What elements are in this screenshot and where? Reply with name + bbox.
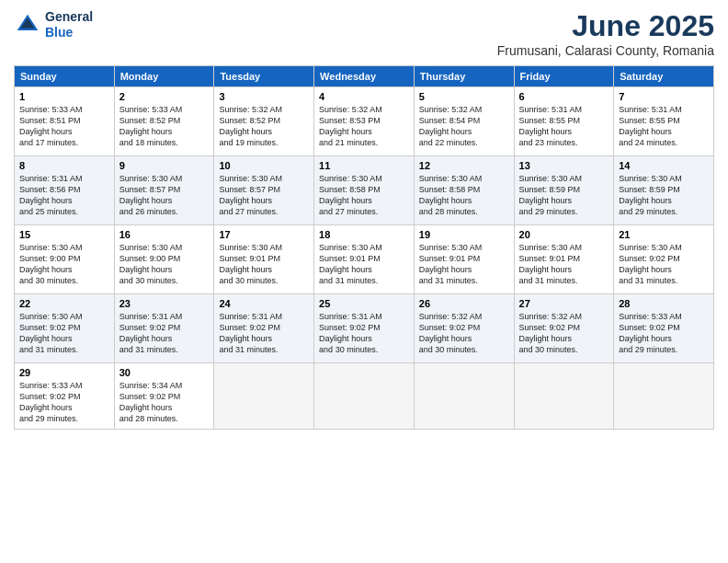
- day-info: Sunrise: 5:32 AMSunset: 9:02 PMDaylight …: [419, 311, 509, 356]
- day-number: 21: [619, 229, 709, 240]
- day-info: Sunrise: 5:30 AMSunset: 9:01 PMDaylight …: [319, 242, 409, 287]
- calendar-cell: 28Sunrise: 5:33 AMSunset: 9:02 PMDayligh…: [614, 294, 714, 363]
- day-number: 30: [119, 367, 210, 378]
- logo-icon: [14, 11, 41, 39]
- calendar-cell: 11Sunrise: 5:30 AMSunset: 8:58 PMDayligh…: [314, 156, 415, 225]
- day-info: Sunrise: 5:30 AMSunset: 8:58 PMDaylight …: [319, 173, 409, 218]
- calendar-cell: 25Sunrise: 5:31 AMSunset: 9:02 PMDayligh…: [314, 294, 415, 363]
- calendar-cell: 15Sunrise: 5:30 AMSunset: 9:00 PMDayligh…: [15, 225, 115, 294]
- day-number: 29: [19, 367, 109, 378]
- logo-line1: General: [45, 9, 93, 24]
- day-info: Sunrise: 5:33 AMSunset: 9:02 PMDaylight …: [619, 311, 709, 356]
- calendar-header-row: SundayMondayTuesdayWednesdayThursdayFrid…: [15, 66, 714, 87]
- location-subtitle: Frumusani, Calarasi County, Romania: [497, 43, 714, 58]
- day-number: 5: [419, 91, 509, 102]
- page: General Blue June 2025 Frumusani, Calara…: [0, 0, 728, 563]
- day-number: 6: [519, 91, 609, 102]
- day-info: Sunrise: 5:31 AMSunset: 9:02 PMDaylight …: [219, 311, 309, 356]
- calendar-cell: 10Sunrise: 5:30 AMSunset: 8:57 PMDayligh…: [214, 156, 314, 225]
- calendar-week-row: 1Sunrise: 5:33 AMSunset: 8:51 PMDaylight…: [15, 87, 714, 156]
- logo-text: General Blue: [45, 9, 93, 40]
- month-title: June 2025: [497, 9, 714, 43]
- calendar-cell: 29Sunrise: 5:33 AMSunset: 9:02 PMDayligh…: [15, 363, 115, 430]
- col-header-sunday: Sunday: [15, 66, 115, 87]
- calendar-cell: 6Sunrise: 5:31 AMSunset: 8:55 PMDaylight…: [514, 87, 614, 156]
- header: General Blue June 2025 Frumusani, Calara…: [14, 9, 714, 58]
- logo: General Blue: [14, 9, 93, 40]
- day-info: Sunrise: 5:33 AMSunset: 8:52 PMDaylight …: [119, 104, 210, 149]
- day-info: Sunrise: 5:33 AMSunset: 9:02 PMDaylight …: [19, 380, 109, 425]
- day-number: 16: [119, 229, 210, 240]
- day-info: Sunrise: 5:30 AMSunset: 9:01 PMDaylight …: [419, 242, 509, 287]
- col-header-wednesday: Wednesday: [314, 66, 415, 87]
- logo-line2: Blue: [45, 25, 73, 40]
- day-number: 9: [119, 160, 210, 171]
- calendar-cell: 13Sunrise: 5:30 AMSunset: 8:59 PMDayligh…: [514, 156, 614, 225]
- day-number: 4: [319, 91, 409, 102]
- day-number: 15: [19, 229, 109, 240]
- day-number: 7: [619, 91, 709, 102]
- day-info: Sunrise: 5:30 AMSunset: 9:01 PMDaylight …: [219, 242, 309, 287]
- calendar-week-row: 22Sunrise: 5:30 AMSunset: 9:02 PMDayligh…: [15, 294, 714, 363]
- day-info: Sunrise: 5:31 AMSunset: 9:02 PMDaylight …: [319, 311, 409, 356]
- calendar-cell: 19Sunrise: 5:30 AMSunset: 9:01 PMDayligh…: [414, 225, 514, 294]
- day-info: Sunrise: 5:31 AMSunset: 8:56 PMDaylight …: [19, 173, 109, 218]
- day-number: 11: [319, 160, 409, 171]
- calendar-cell: 8Sunrise: 5:31 AMSunset: 8:56 PMDaylight…: [15, 156, 115, 225]
- calendar-cell: 18Sunrise: 5:30 AMSunset: 9:01 PMDayligh…: [314, 225, 415, 294]
- day-number: 20: [519, 229, 609, 240]
- day-info: Sunrise: 5:32 AMSunset: 8:52 PMDaylight …: [219, 104, 309, 149]
- day-number: 13: [519, 160, 609, 171]
- calendar-week-row: 29Sunrise: 5:33 AMSunset: 9:02 PMDayligh…: [15, 363, 714, 430]
- day-info: Sunrise: 5:33 AMSunset: 8:51 PMDaylight …: [19, 104, 109, 149]
- day-number: 18: [319, 229, 409, 240]
- col-header-monday: Monday: [114, 66, 214, 87]
- calendar-cell: 22Sunrise: 5:30 AMSunset: 9:02 PMDayligh…: [15, 294, 115, 363]
- day-info: Sunrise: 5:30 AMSunset: 8:57 PMDaylight …: [219, 173, 309, 218]
- day-info: Sunrise: 5:32 AMSunset: 8:54 PMDaylight …: [419, 104, 509, 149]
- calendar-cell: 2Sunrise: 5:33 AMSunset: 8:52 PMDaylight…: [114, 87, 214, 156]
- day-number: 17: [219, 229, 309, 240]
- calendar-cell: 1Sunrise: 5:33 AMSunset: 8:51 PMDaylight…: [15, 87, 115, 156]
- col-header-tuesday: Tuesday: [214, 66, 314, 87]
- day-info: Sunrise: 5:31 AMSunset: 8:55 PMDaylight …: [519, 104, 609, 149]
- day-info: Sunrise: 5:30 AMSunset: 9:02 PMDaylight …: [19, 311, 109, 356]
- day-number: 24: [219, 298, 309, 309]
- calendar-cell: [314, 363, 415, 430]
- calendar-cell: 4Sunrise: 5:32 AMSunset: 8:53 PMDaylight…: [314, 87, 415, 156]
- day-number: 28: [619, 298, 709, 309]
- col-header-friday: Friday: [514, 66, 614, 87]
- calendar-cell: 27Sunrise: 5:32 AMSunset: 9:02 PMDayligh…: [514, 294, 614, 363]
- calendar-cell: [214, 363, 314, 430]
- day-number: 2: [119, 91, 210, 102]
- day-info: Sunrise: 5:32 AMSunset: 8:53 PMDaylight …: [319, 104, 409, 149]
- col-header-thursday: Thursday: [414, 66, 514, 87]
- calendar-cell: 5Sunrise: 5:32 AMSunset: 8:54 PMDaylight…: [414, 87, 514, 156]
- calendar-cell: 3Sunrise: 5:32 AMSunset: 8:52 PMDaylight…: [214, 87, 314, 156]
- calendar-cell: 7Sunrise: 5:31 AMSunset: 8:55 PMDaylight…: [614, 87, 714, 156]
- calendar-week-row: 8Sunrise: 5:31 AMSunset: 8:56 PMDaylight…: [15, 156, 714, 225]
- calendar-cell: 20Sunrise: 5:30 AMSunset: 9:01 PMDayligh…: [514, 225, 614, 294]
- day-number: 19: [419, 229, 509, 240]
- day-number: 14: [619, 160, 709, 171]
- day-number: 10: [219, 160, 309, 171]
- day-info: Sunrise: 5:30 AMSunset: 8:58 PMDaylight …: [419, 173, 509, 218]
- day-info: Sunrise: 5:30 AMSunset: 8:57 PMDaylight …: [119, 173, 210, 218]
- title-block: June 2025 Frumusani, Calarasi County, Ro…: [497, 9, 714, 58]
- day-number: 25: [319, 298, 409, 309]
- day-number: 22: [19, 298, 109, 309]
- day-number: 27: [519, 298, 609, 309]
- day-info: Sunrise: 5:30 AMSunset: 9:00 PMDaylight …: [119, 242, 210, 287]
- calendar-cell: 24Sunrise: 5:31 AMSunset: 9:02 PMDayligh…: [214, 294, 314, 363]
- calendar-cell: 12Sunrise: 5:30 AMSunset: 8:58 PMDayligh…: [414, 156, 514, 225]
- day-info: Sunrise: 5:34 AMSunset: 9:02 PMDaylight …: [119, 380, 210, 425]
- calendar-cell: 30Sunrise: 5:34 AMSunset: 9:02 PMDayligh…: [114, 363, 214, 430]
- calendar-cell: 23Sunrise: 5:31 AMSunset: 9:02 PMDayligh…: [114, 294, 214, 363]
- day-number: 26: [419, 298, 509, 309]
- day-info: Sunrise: 5:30 AMSunset: 8:59 PMDaylight …: [519, 173, 609, 218]
- day-number: 3: [219, 91, 309, 102]
- day-info: Sunrise: 5:32 AMSunset: 9:02 PMDaylight …: [519, 311, 609, 356]
- day-info: Sunrise: 5:31 AMSunset: 8:55 PMDaylight …: [619, 104, 709, 149]
- calendar-cell: [614, 363, 714, 430]
- day-info: Sunrise: 5:31 AMSunset: 9:02 PMDaylight …: [119, 311, 210, 356]
